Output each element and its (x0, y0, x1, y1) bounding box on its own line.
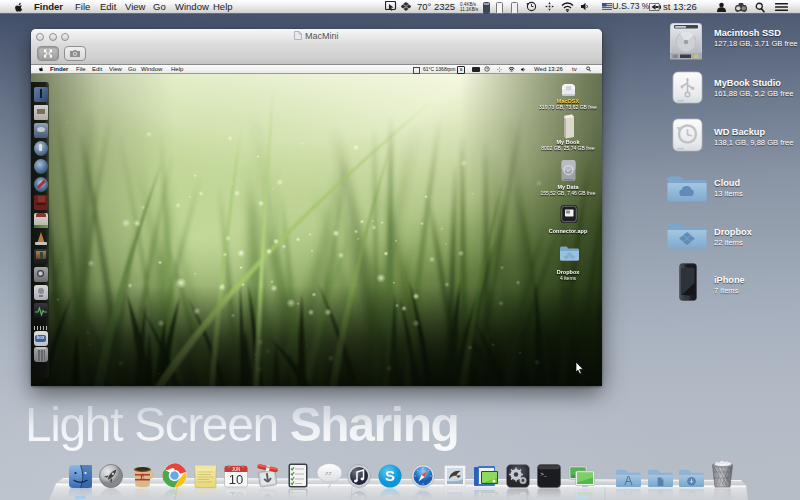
svg-text:zz: zz (324, 470, 332, 477)
svg-text:S: S (385, 467, 395, 484)
svg-text:JUN: JUN (232, 467, 241, 472)
svg-text:>_: >_ (540, 471, 547, 478)
svg-text:É: É (140, 473, 144, 480)
svg-text:A: A (624, 474, 633, 488)
svg-text:10: 10 (229, 472, 243, 487)
